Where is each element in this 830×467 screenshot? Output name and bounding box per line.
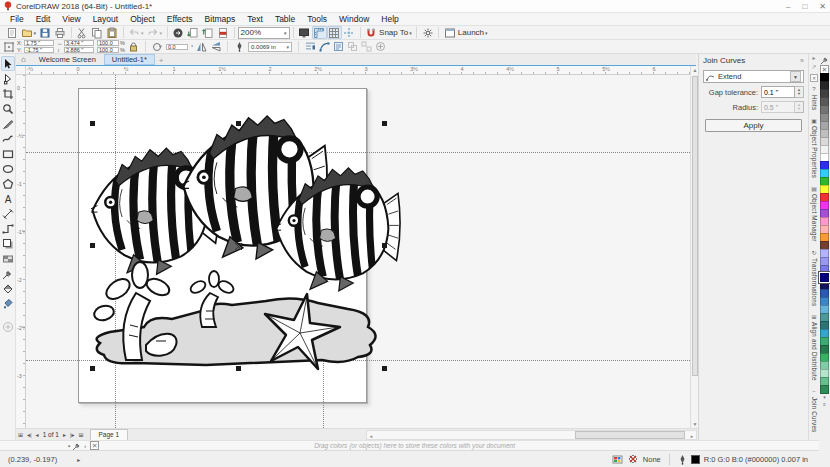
open-button[interactable]: ▾ — [19, 26, 38, 39]
y-position-field[interactable] — [24, 47, 54, 53]
maximize-button[interactable]: □ — [802, 2, 807, 11]
pick-tool[interactable] — [1, 56, 15, 71]
ruler-origin-button[interactable] — [16, 66, 26, 75]
show-rulers-button[interactable] — [312, 26, 327, 39]
object-properties-shortcut-icon[interactable] — [333, 41, 344, 52]
text-tool[interactable]: A — [1, 191, 15, 206]
scroll-right-icon[interactable]: ▸ — [688, 433, 696, 439]
transparency-tool[interactable] — [1, 251, 15, 266]
scroll-left-icon[interactable]: ◂ — [367, 433, 375, 439]
x-position-field[interactable] — [24, 40, 54, 46]
first-page-button[interactable]: ◂| — [25, 431, 34, 438]
gap-tolerance-spinner[interactable]: ▲▼ — [795, 86, 804, 98]
new-document-button[interactable] — [4, 26, 19, 39]
zoom-tool[interactable] — [1, 101, 15, 116]
undo-button[interactable]: ▾ — [127, 26, 146, 39]
horizontal-ruler[interactable]: -½0½11½22½33½44½55½6 — [26, 66, 690, 75]
docker-tab-object-manager[interactable]: ▤Object Manager — [811, 185, 818, 242]
convert-to-curves-icon[interactable] — [319, 41, 330, 52]
docker-tab-object-properties[interactable]: ▣Object Properties — [811, 117, 818, 178]
menu-effects[interactable]: Effects — [161, 13, 199, 26]
shape-tool[interactable] — [1, 71, 15, 86]
mirror-horizontal-icon[interactable] — [196, 41, 207, 52]
add-page-start-button[interactable]: ⊞ — [16, 431, 25, 438]
vertical-scrollbar[interactable]: ▲ ▼ — [690, 66, 698, 428]
no-color-swatch[interactable]: ✕ — [90, 441, 99, 450]
menu-object[interactable]: Object — [124, 13, 161, 26]
redo-button[interactable]: ▾ — [145, 26, 164, 39]
tab-welcome-screen[interactable]: Welcome Screen — [31, 54, 104, 65]
menu-help[interactable]: Help — [375, 13, 404, 26]
object-height-field[interactable] — [64, 47, 94, 53]
docker-tab-hints[interactable]: ?Hints — [811, 86, 818, 110]
export-button[interactable] — [201, 26, 216, 39]
add-tool-button[interactable] — [1, 319, 15, 334]
import-button[interactable] — [186, 26, 201, 39]
artwork[interactable] — [26, 75, 690, 428]
fill-color-icon[interactable] — [627, 453, 639, 465]
docker-tab-join-curves[interactable]: ⌣Join Curves — [811, 388, 818, 432]
lock-ratio-icon[interactable] — [128, 41, 139, 52]
home-tab[interactable]: ⌂ — [16, 54, 31, 65]
add-page-end-button[interactable]: ⊞ — [76, 431, 85, 438]
interactive-fill-tool[interactable] — [1, 281, 15, 296]
color-eyedropper-tool[interactable] — [1, 266, 15, 281]
menu-window[interactable]: Window — [333, 13, 375, 26]
search-content-button[interactable] — [171, 26, 186, 39]
horizontal-scroll-thumb[interactable] — [575, 431, 685, 439]
polygon-tool[interactable] — [1, 176, 15, 191]
color-swatch[interactable] — [820, 273, 829, 282]
docker-flyout-icon[interactable]: » — [800, 57, 804, 64]
docker-pin-icon[interactable]: ▸ — [812, 54, 815, 63]
object-width-field[interactable] — [64, 40, 94, 46]
previous-page-button[interactable]: ◂ — [34, 431, 41, 438]
connector-tool[interactable] — [1, 221, 15, 236]
rectangle-tool[interactable] — [1, 146, 15, 161]
vertical-ruler[interactable]: 0-½-1-1½-2-2½-3 — [16, 75, 26, 428]
mirror-vertical-icon[interactable] — [210, 41, 221, 52]
cut-button[interactable] — [75, 26, 90, 39]
menu-table[interactable]: Table — [269, 13, 301, 26]
save-button[interactable] — [38, 26, 53, 39]
ungroup-objects-icon[interactable] — [361, 41, 372, 52]
status-expand-icon[interactable]: ▸ — [75, 456, 82, 463]
wrap-text-icon[interactable] — [305, 41, 316, 52]
crop-tool[interactable] — [1, 86, 15, 101]
page-tab[interactable]: Page 1 — [90, 429, 129, 440]
rotation-angle-field[interactable] — [166, 44, 188, 50]
print-button[interactable] — [53, 26, 68, 39]
palette-scroll-down-icon[interactable]: ▾ — [823, 394, 826, 401]
menu-view[interactable]: View — [56, 13, 86, 26]
menu-edit[interactable]: Edit — [30, 13, 57, 26]
last-page-button[interactable]: |▸ — [68, 431, 77, 438]
drawing-canvas[interactable] — [26, 75, 690, 428]
menu-file[interactable]: File — [4, 13, 30, 26]
tab-untitled-1[interactable]: Untitled-1* — [104, 54, 155, 65]
docker-tab-align-and-distribute[interactable]: ⊞Align and Distribute — [811, 313, 818, 381]
docker-close-icon[interactable]: ✕ — [810, 74, 818, 82]
scale-vertical-field[interactable] — [97, 47, 119, 53]
menu-text[interactable]: Text — [241, 13, 269, 26]
next-page-button[interactable]: ▸ — [61, 431, 68, 438]
docker-collapse-icon[interactable]: ↗ — [811, 63, 816, 72]
menu-tools[interactable]: Tools — [301, 13, 333, 26]
palette-expand-icon[interactable]: ≡ — [823, 401, 826, 408]
palette-scroll-left-icon[interactable]: ‹ — [82, 443, 88, 449]
quick-customize-icon[interactable] — [375, 41, 386, 52]
publish-pdf-button[interactable] — [216, 26, 231, 39]
outline-pen-icon[interactable] — [678, 454, 687, 465]
join-mode-select[interactable]: Extend ▼ — [703, 70, 804, 83]
full-screen-preview-button[interactable] — [297, 26, 312, 39]
copy-button[interactable] — [90, 26, 105, 39]
launch-button[interactable]: Launch▾ — [442, 26, 489, 39]
color-swatch[interactable] — [820, 385, 829, 394]
drop-shadow-tool[interactable] — [1, 236, 15, 251]
chevron-down-icon[interactable]: ▼ — [790, 71, 801, 82]
show-grid-button[interactable] — [327, 26, 342, 39]
palette-eyedropper-icon[interactable] — [820, 54, 830, 65]
snap-to-button[interactable]: Snap To▾ — [364, 26, 414, 39]
freehand-tool[interactable] — [1, 116, 15, 131]
smart-fill-tool[interactable] — [1, 296, 15, 311]
new-document-tab-button[interactable]: + — [155, 56, 168, 65]
close-button[interactable]: ✕ — [819, 2, 826, 11]
